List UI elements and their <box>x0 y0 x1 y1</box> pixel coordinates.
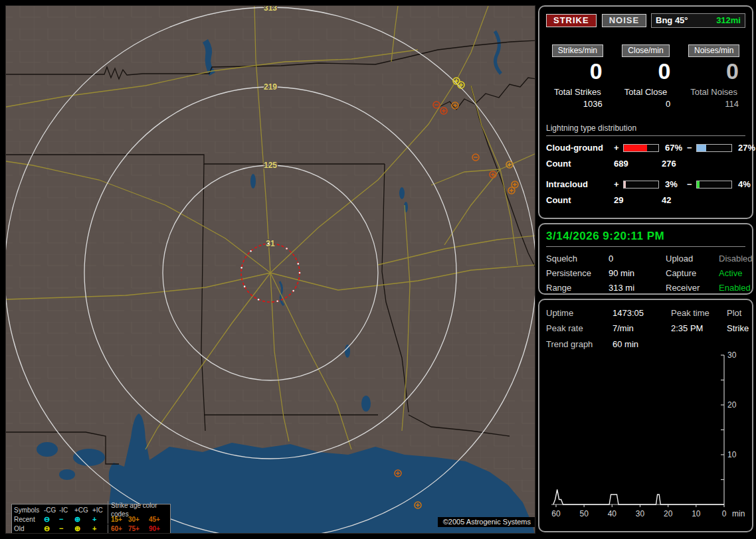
ic-positive-pct: 3% <box>662 179 687 189</box>
rate-counters: Strikes/min 0 Total Strikes 1036 Close/m… <box>546 44 745 109</box>
circle-minus-icon: ⊖ <box>44 515 59 524</box>
age-code: 15+ <box>108 515 128 524</box>
capture-label: Capture <box>666 268 719 278</box>
ring-dot <box>298 263 300 265</box>
ring-label-125: 125 <box>264 161 277 170</box>
mode-button-row: STRIKE NOISE Bng 45° 312mi <box>546 13 745 28</box>
legend-recent-label: Recent <box>14 515 44 524</box>
ring-dot <box>292 290 294 292</box>
age-code: 90+ <box>149 524 169 533</box>
ring-dot <box>250 250 252 252</box>
peak-time-value: 2:35 PM <box>671 323 727 333</box>
range-label: Range <box>546 283 609 293</box>
ring-label-31: 31 <box>266 239 275 248</box>
trend-graph-value: 60 min <box>613 339 745 349</box>
svg-text:40: 40 <box>608 509 617 518</box>
uptime-stats: Uptime 1473:05 Peak time Plot Peak rate … <box>546 308 745 333</box>
legend-pic-header: +IC <box>92 506 108 514</box>
legend-ncg-header: -CG <box>44 506 59 514</box>
capture-status: Active <box>719 268 753 278</box>
total-strikes-value: 1036 <box>546 99 609 109</box>
map-legend: Symbols -CG -IC +CG +IC Strike age color… <box>11 504 171 534</box>
ring-label-219: 219 <box>264 82 277 92</box>
legend-symbols-header: Symbols <box>14 506 44 514</box>
bearing-display: Bng 45° 312mi <box>651 13 745 28</box>
range-value: 313 mi <box>609 283 666 293</box>
circle-plus-icon: ⊕ <box>74 524 92 533</box>
squelch-label: Squelch <box>546 254 609 264</box>
peak-time-label: Peak time <box>671 308 727 318</box>
status-panel: 3/14/2026 9:20:11 PM Squelch 0 Upload Di… <box>538 223 753 295</box>
peak-rate-value: 7/min <box>613 323 671 333</box>
cloud-ground-row: Cloud-ground + 67% − 27% <box>546 143 745 153</box>
cg-negative-bar <box>696 144 732 152</box>
svg-text:20: 20 <box>664 509 673 518</box>
app-window: 31321912531 Symbols -CG -IC +CG +IC Stri… <box>0 0 756 539</box>
ring-dot <box>276 300 278 302</box>
plus-icon: + <box>92 524 108 533</box>
receiver-status: Enabled <box>719 283 753 293</box>
ic-negative-bar <box>696 181 732 189</box>
persistence-value: 90 min <box>609 268 666 278</box>
noises-per-min-value: 0 <box>682 58 745 84</box>
distribution-title: Lightning type distribution <box>546 123 745 136</box>
ic-negative-count: 42 <box>662 195 736 205</box>
svg-text:10: 10 <box>727 450 737 459</box>
ring-dot <box>268 243 270 245</box>
cg-positive-count: 689 <box>614 159 662 169</box>
counters-panel: STRIKE NOISE Bng 45° 312mi Strikes/min 0… <box>538 5 753 219</box>
svg-text:30: 30 <box>727 350 737 360</box>
noise-mode-button[interactable]: NOISE <box>602 14 646 27</box>
age-code: 60+ <box>108 524 128 533</box>
intracloud-label: Intracloud <box>546 179 614 189</box>
strike-mode-button[interactable]: STRIKE <box>546 14 597 27</box>
minus-icon: − <box>59 515 74 524</box>
noises-counter: Noises/min 0 Total Noises 114 <box>682 44 745 109</box>
ring-dot <box>240 267 242 269</box>
squelch-value: 0 <box>609 254 666 264</box>
svg-text:20: 20 <box>727 400 737 410</box>
cg-positive-pct: 67% <box>662 143 687 153</box>
svg-text:10: 10 <box>692 509 701 518</box>
minus-sign: − <box>687 179 696 189</box>
trend-graph-row: Trend graph 60 min <box>546 339 745 349</box>
plus-icon: + <box>92 515 108 524</box>
strike-map[interactable]: 31321912531 Symbols -CG -IC +CG +IC Stri… <box>5 5 535 534</box>
legend-pcg-header: +CG <box>74 506 92 514</box>
ic-positive-bar <box>623 181 659 189</box>
noises-per-min-button[interactable]: Noises/min <box>688 44 739 57</box>
close-per-min-value: 0 <box>614 58 678 84</box>
total-noises-label: Total Noises <box>682 87 745 97</box>
svg-text:min: min <box>732 509 745 518</box>
plot-label: Plot <box>727 308 749 318</box>
circle-minus-icon: ⊖ <box>44 524 59 533</box>
plus-sign: + <box>614 143 623 153</box>
age-code: 30+ <box>128 515 149 524</box>
trend-panel: Uptime 1473:05 Peak time Plot Peak rate … <box>538 299 753 532</box>
legend-nic-header: -IC <box>59 506 74 514</box>
datetime-display: 3/14/2026 9:20:11 PM <box>546 230 745 247</box>
age-code: 75+ <box>128 524 149 533</box>
intracloud-row: Intracloud + 3% − 4% <box>546 179 745 189</box>
count-label: Count <box>546 195 614 205</box>
total-close-label: Total Close <box>614 87 678 97</box>
total-close-value: 0 <box>614 99 678 109</box>
strikes-per-min-button[interactable]: Strikes/min <box>552 44 603 57</box>
circle-plus-icon: ⊕ <box>74 515 92 524</box>
ic-negative-pct: 4% <box>735 179 756 189</box>
cg-count-row: Count 689 276 <box>546 159 745 169</box>
close-per-min-button[interactable]: Close/min <box>622 44 669 57</box>
ring-label-313: 313 <box>264 6 277 13</box>
ring-dot <box>286 248 288 250</box>
cloud-ground-label: Cloud-ground <box>546 143 614 153</box>
uptime-label: Uptime <box>546 308 613 318</box>
persistence-label: Persistence <box>546 268 609 278</box>
settings-grid: Squelch 0 Upload Disabled Persistence 90… <box>546 254 745 293</box>
map-canvas[interactable]: 31321912531 <box>6 6 535 534</box>
strikes-counter: Strikes/min 0 Total Strikes 1036 <box>546 44 609 109</box>
total-strikes-label: Total Strikes <box>546 87 609 97</box>
cg-negative-pct: 27% <box>735 143 756 153</box>
copyright-text: ©2005 Astrogenic Systems <box>438 517 535 527</box>
count-label: Count <box>546 159 614 169</box>
minus-icon: − <box>59 524 74 533</box>
